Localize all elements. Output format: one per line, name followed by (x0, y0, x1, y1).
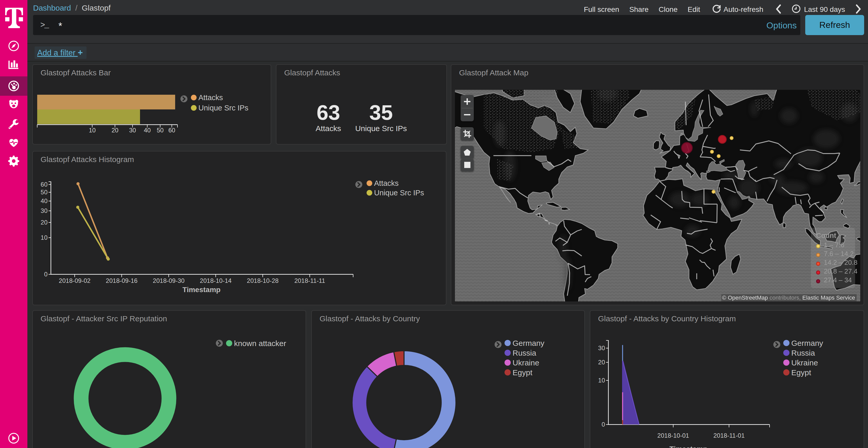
svg-text:Russia: Russia (791, 349, 815, 357)
svg-text:10: 10 (89, 127, 96, 134)
svg-text:Ukraine: Ukraine (791, 358, 818, 367)
svg-text:50: 50 (40, 188, 48, 196)
svg-text:50: 50 (157, 127, 164, 134)
svg-text:10: 10 (40, 234, 48, 241)
svg-text:2018-09-30: 2018-09-30 (153, 277, 185, 284)
svg-text:Unique Src IPs: Unique Src IPs (374, 188, 424, 197)
svg-text:Egypt: Egypt (513, 368, 532, 377)
svg-text:2018-09-02: 2018-09-02 (59, 277, 91, 284)
svg-text:Russia: Russia (513, 349, 536, 357)
svg-text:2018-10-28: 2018-10-28 (247, 277, 279, 284)
svg-text:2018-10-01: 2018-10-01 (657, 432, 689, 439)
svg-text:Timestamp: Timestamp (182, 286, 220, 294)
svg-text:2018-09-16: 2018-09-16 (106, 277, 138, 284)
svg-text:40: 40 (144, 127, 151, 134)
svg-text:Germany: Germany (513, 339, 544, 347)
svg-text:Timestamp: Timestamp (669, 445, 707, 448)
svg-text:Egypt: Egypt (791, 368, 811, 377)
svg-text:Germany: Germany (791, 339, 823, 347)
svg-text:60: 60 (40, 181, 48, 188)
svg-text:30: 30 (129, 127, 136, 134)
svg-text:known attacker: known attacker (234, 339, 286, 348)
svg-text:2018-10-14: 2018-10-14 (200, 277, 232, 284)
svg-text:Attacks: Attacks (198, 94, 223, 102)
svg-text:2018-11-11: 2018-11-11 (294, 277, 325, 284)
svg-text:20: 20 (112, 127, 119, 134)
svg-text:0: 0 (44, 271, 48, 278)
svg-text:30: 30 (598, 345, 605, 351)
svg-text:40: 40 (40, 198, 48, 204)
svg-text:0: 0 (602, 421, 605, 428)
svg-text:Unique Src IPs: Unique Src IPs (198, 104, 248, 112)
svg-text:Ukraine: Ukraine (513, 358, 539, 367)
svg-text:10: 10 (598, 377, 605, 384)
svg-text:60: 60 (168, 127, 176, 134)
svg-text:20: 20 (598, 359, 605, 366)
svg-text:2018-11-01: 2018-11-01 (714, 432, 745, 439)
svg-text:30: 30 (40, 207, 48, 214)
svg-text:20: 20 (40, 219, 48, 226)
svg-text:Attacks: Attacks (374, 179, 399, 187)
